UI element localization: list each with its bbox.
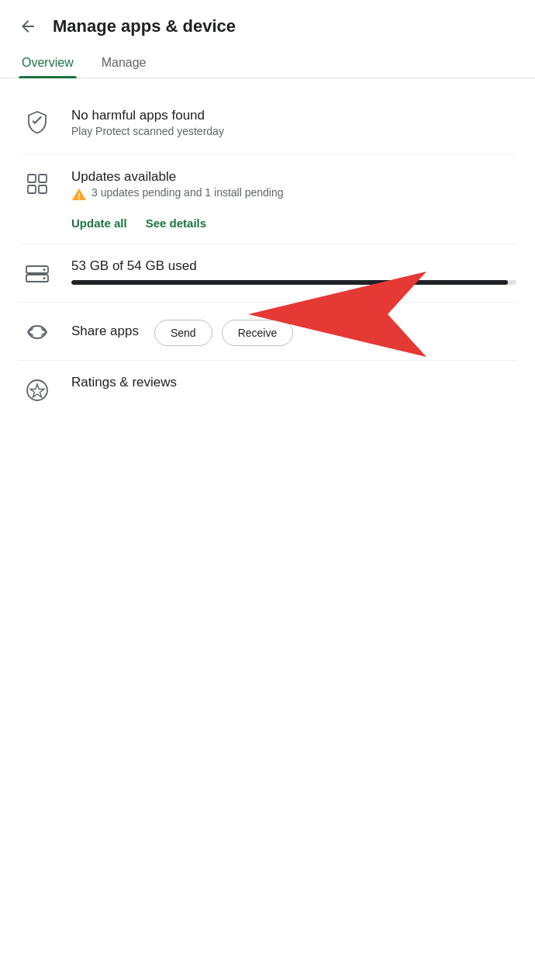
ratings-section: Ratings & reviews	[19, 361, 516, 418]
storage-body: 53 GB of 54 GB used	[71, 258, 516, 285]
page-title: Manage apps & device	[53, 16, 236, 36]
storage-bar-container	[71, 280, 516, 285]
share-apps-section: Share apps Send Receive	[19, 303, 516, 360]
receive-button[interactable]: Receive	[222, 320, 294, 346]
svg-rect-4	[39, 185, 47, 193]
tabs-bar: Overview Manage	[0, 47, 535, 78]
tab-overview[interactable]: Overview	[19, 47, 77, 78]
updates-section: Updates available ! 3 updates pending an…	[19, 155, 516, 244]
header: Manage apps & device	[0, 0, 535, 47]
warning-icon: !	[71, 187, 87, 206]
play-protect-subtitle: Play Protect scanned yesterday	[71, 125, 516, 137]
storage-section: 53 GB of 54 GB used	[19, 244, 516, 302]
updates-body: Updates available ! 3 updates pending an…	[71, 169, 516, 230]
update-all-button[interactable]: Update all	[71, 216, 127, 230]
shield-icon	[19, 108, 56, 136]
ratings-icon	[19, 375, 56, 404]
updates-warning: ! 3 updates pending and 1 install pendin…	[71, 186, 516, 206]
storage-title: 53 GB of 54 GB used	[71, 258, 516, 274]
ratings-label: Ratings & reviews	[71, 375, 516, 390]
updates-description: 3 updates pending and 1 install pending	[91, 186, 284, 199]
svg-rect-3	[28, 185, 36, 193]
svg-marker-0	[33, 116, 43, 125]
svg-point-9	[43, 277, 46, 279]
play-protect-body: No harmful apps found Play Protect scann…	[71, 108, 516, 140]
share-icon	[19, 317, 56, 346]
apps-icon	[19, 169, 56, 197]
ratings-body: Ratings & reviews	[71, 375, 516, 392]
storage-icon	[19, 258, 56, 288]
share-apps-body: Share apps Send Receive	[71, 317, 516, 346]
svg-rect-1	[28, 175, 36, 182]
share-buttons: Send Receive	[154, 320, 293, 346]
back-icon	[19, 17, 37, 36]
svg-point-8	[43, 268, 46, 271]
see-details-button[interactable]: See details	[146, 216, 206, 230]
updates-title: Updates available	[71, 169, 516, 185]
svg-rect-2	[39, 175, 47, 182]
content-area: No harmful apps found Play Protect scann…	[0, 78, 535, 434]
svg-text:!: !	[78, 192, 80, 201]
send-button[interactable]: Send	[154, 320, 212, 346]
storage-bar-fill	[71, 280, 508, 285]
tab-manage[interactable]: Manage	[98, 47, 150, 78]
play-protect-title: No harmful apps found	[71, 108, 516, 123]
share-apps-label: Share apps	[71, 324, 139, 339]
back-button[interactable]	[16, 14, 40, 39]
updates-actions: Update all See details	[71, 216, 516, 230]
play-protect-section: No harmful apps found Play Protect scann…	[19, 94, 516, 154]
